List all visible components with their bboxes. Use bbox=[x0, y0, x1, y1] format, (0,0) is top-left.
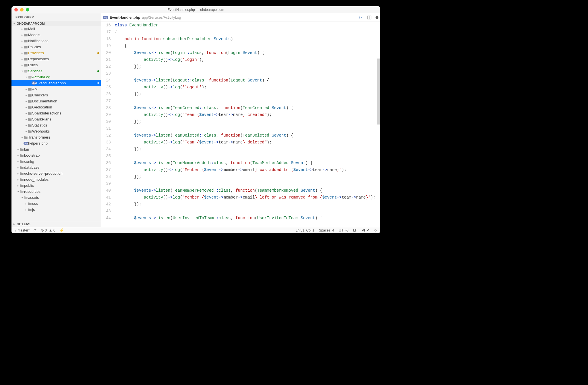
folder-item[interactable]: ▸Models bbox=[11, 32, 101, 38]
folder-item[interactable]: ▸Geolocation bbox=[11, 104, 101, 110]
gutter-line-number: 28 bbox=[101, 104, 115, 111]
tree-item-label: js bbox=[32, 207, 99, 212]
folder-item[interactable]: ▸Rules bbox=[11, 62, 101, 68]
eol-indicator[interactable]: LF bbox=[353, 228, 357, 232]
titlebar[interactable]: EventHandler.php — ohdearapp.com bbox=[11, 6, 380, 13]
folder-item[interactable]: ▸Documentation bbox=[11, 98, 101, 104]
folder-item[interactable]: ▸Mail bbox=[11, 26, 101, 32]
folder-item[interactable]: ▸node_modules bbox=[11, 176, 101, 182]
code-line[interactable]: 29 activity()->log("Team {$event->team->… bbox=[101, 111, 380, 118]
folder-item[interactable]: ▸Providers bbox=[11, 50, 101, 56]
folder-item[interactable]: ▸Notifications bbox=[11, 38, 101, 44]
close-icon[interactable] bbox=[14, 8, 18, 11]
chevron-right-icon: ▸ bbox=[21, 46, 24, 48]
gitlens-section-header[interactable]: ▸ GITLENS bbox=[11, 221, 101, 227]
open-changes-icon[interactable] bbox=[358, 15, 363, 20]
folder-item[interactable]: ▸css bbox=[11, 201, 101, 207]
folder-item[interactable]: ▸echo-server-production bbox=[11, 170, 101, 176]
folder-item[interactable]: ▾resources bbox=[11, 188, 101, 195]
folder-item[interactable]: ▸Repositories bbox=[11, 56, 101, 62]
code-line[interactable]: 21 activity()->log('login'); bbox=[101, 56, 380, 63]
code-line[interactable]: 22 }); bbox=[101, 63, 380, 70]
indent-indicator[interactable]: Spaces: 4 bbox=[319, 228, 334, 232]
folder-item[interactable]: ▸Api bbox=[11, 86, 101, 92]
folder-icon bbox=[20, 172, 24, 176]
code-line[interactable]: 43 bbox=[101, 208, 380, 215]
folder-item[interactable]: ▸Transformers bbox=[11, 134, 101, 140]
code-line[interactable]: 41 activity()->log("Member {$event->memb… bbox=[101, 194, 380, 201]
folder-icon bbox=[20, 147, 24, 151]
split-editor-icon[interactable] bbox=[367, 15, 372, 20]
folder-item[interactable]: ▸bin bbox=[11, 146, 101, 152]
code-editor[interactable]: 16class EventHandler17{18 public functio… bbox=[101, 22, 380, 227]
gutter-line-number: 29 bbox=[101, 111, 115, 118]
chevron-right-icon: ▸ bbox=[25, 208, 28, 211]
folder-item[interactable]: ▸Webhooks bbox=[11, 128, 101, 134]
folder-item[interactable]: ▸public bbox=[11, 182, 101, 188]
file-tree[interactable]: ▸Mail▸Models▸Notifications▸Policies▸Prov… bbox=[11, 26, 101, 221]
cursor-position[interactable]: Ln 51, Col 1 bbox=[296, 228, 314, 232]
problems-indicator[interactable]: ⊘ 0 ▲ 0 bbox=[41, 228, 55, 232]
tree-item-label: Geolocation bbox=[32, 105, 99, 109]
folder-item[interactable]: ▸Checkers bbox=[11, 92, 101, 98]
code-line[interactable]: 25 activity()->log('logout'); bbox=[101, 84, 380, 91]
code-line[interactable]: 26 }); bbox=[101, 91, 380, 98]
feedback-icon[interactable]: ☺ bbox=[374, 228, 377, 232]
code-line[interactable]: 19 { bbox=[101, 42, 380, 49]
tree-item-label: Models bbox=[28, 33, 99, 37]
status-dot-icon bbox=[97, 70, 99, 72]
encoding-indicator[interactable]: UTF-8 bbox=[339, 228, 349, 232]
code-line[interactable]: 27 bbox=[101, 98, 380, 104]
code-line[interactable]: 36 $events->listen(TeamMemberAdded::clas… bbox=[101, 160, 380, 166]
folder-icon bbox=[24, 135, 28, 139]
minimize-icon[interactable] bbox=[20, 8, 24, 11]
zoom-icon[interactable] bbox=[26, 8, 29, 11]
language-indicator[interactable]: PHP bbox=[362, 228, 369, 232]
code-line[interactable]: 16class EventHandler bbox=[101, 22, 380, 29]
branch-indicator[interactable]: ⑂ master* bbox=[14, 228, 30, 232]
code-line[interactable]: 40 $events->listen(TeamMemberRemoved::cl… bbox=[101, 187, 380, 194]
code-line[interactable]: 42 }); bbox=[101, 201, 380, 208]
project-section-header[interactable]: ▾ OHDEARAPP.COM bbox=[11, 21, 101, 26]
code-line[interactable]: 35 bbox=[101, 153, 380, 160]
code-line[interactable]: 33 activity()->log("Team {$event->team->… bbox=[101, 139, 380, 146]
folder-item[interactable]: ▸Statistics bbox=[11, 122, 101, 128]
code-line[interactable]: 28 $events->listen(TeamCreated::class, f… bbox=[101, 104, 380, 111]
code-line[interactable]: 24 $events->listen(Logout::class, functi… bbox=[101, 77, 380, 84]
code-line[interactable]: 38 }); bbox=[101, 173, 380, 180]
folder-item[interactable]: ▸bootstrap bbox=[11, 152, 101, 158]
sync-icon[interactable]: ⟳ bbox=[34, 228, 37, 232]
folder-item[interactable]: ▸Policies bbox=[11, 44, 101, 50]
folder-item[interactable]: ▸js bbox=[11, 207, 101, 213]
php-file-icon: php bbox=[32, 81, 36, 85]
folder-item[interactable]: ▾ActivityLog bbox=[11, 74, 101, 80]
folder-item[interactable]: ▸config bbox=[11, 158, 101, 164]
code-line[interactable]: 20 $events->listen(Login::class, functio… bbox=[101, 49, 380, 56]
gutter-line-number: 18 bbox=[101, 36, 115, 42]
code-line[interactable]: 31 bbox=[101, 125, 380, 132]
editor-window: EventHandler.php — ohdearapp.com EXPLORE… bbox=[11, 6, 380, 233]
scrollbar-thumb[interactable] bbox=[377, 59, 380, 125]
code-line[interactable]: 37 activity()->log("Member {$event->memb… bbox=[101, 166, 380, 173]
code-line[interactable]: 17{ bbox=[101, 29, 380, 36]
code-line[interactable]: 30 }); bbox=[101, 118, 380, 125]
tab-filename[interactable]: EventHandler.php bbox=[110, 15, 140, 20]
chevron-right-icon: ▸ bbox=[25, 124, 28, 127]
code-line[interactable]: 32 $events->listen(TeamDeleted::class, f… bbox=[101, 132, 380, 139]
code-line[interactable]: 39 bbox=[101, 180, 380, 187]
tree-item-label: bootstrap bbox=[24, 153, 99, 158]
file-item[interactable]: phpEventHandler.phpU bbox=[11, 80, 101, 86]
folder-item[interactable]: ▾assets bbox=[11, 195, 101, 201]
bolt-icon[interactable]: ⚡ bbox=[59, 228, 64, 232]
folder-item[interactable]: ▸database bbox=[11, 164, 101, 170]
folder-item[interactable]: ▸SparkInteractions bbox=[11, 110, 101, 116]
file-item[interactable]: phphelpers.php bbox=[11, 140, 101, 146]
code-line[interactable]: 23 bbox=[101, 70, 380, 77]
code-line[interactable]: 18 public function subscribe(Dispatcher … bbox=[101, 36, 380, 42]
chevron-right-icon: ▸ bbox=[17, 184, 20, 187]
folder-item[interactable]: ▾Services bbox=[11, 68, 101, 74]
code-line[interactable]: 44 $events->listen(UserInvitedToTeam::cl… bbox=[101, 215, 380, 221]
folder-item[interactable]: ▸SparkPlans bbox=[11, 116, 101, 122]
code-source: activity()->log('logout'); bbox=[115, 84, 206, 91]
code-line[interactable]: 34 }); bbox=[101, 146, 380, 153]
